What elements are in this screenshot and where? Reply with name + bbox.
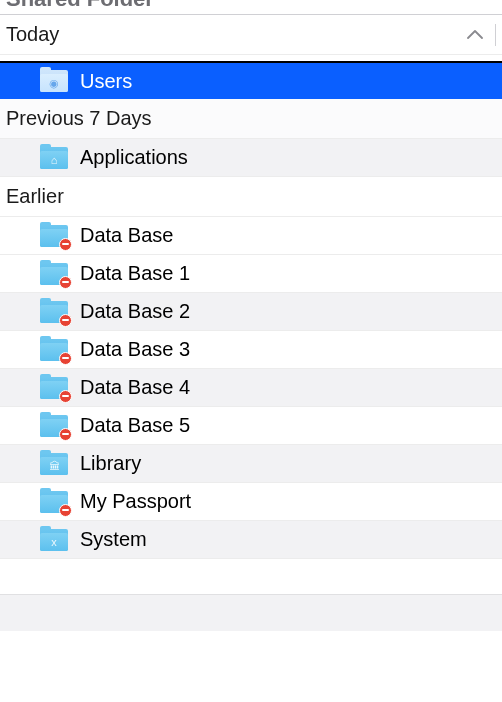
folder-icon bbox=[40, 415, 68, 437]
restricted-badge-icon bbox=[59, 276, 72, 289]
list-item-label: Data Base 1 bbox=[80, 262, 494, 285]
list-item-passport[interactable]: My Passport bbox=[0, 483, 502, 521]
list-item-label: Data Base 2 bbox=[80, 300, 494, 323]
restricted-badge-icon bbox=[59, 428, 72, 441]
section-header-earlier[interactable]: Earlier bbox=[0, 177, 502, 217]
list-item-database5[interactable]: Data Base 5 bbox=[0, 407, 502, 445]
list-item-label: Data Base bbox=[80, 224, 494, 247]
list-item-library[interactable]: 🏛 Library bbox=[0, 445, 502, 483]
folder-icon bbox=[40, 339, 68, 361]
restricted-badge-icon bbox=[59, 238, 72, 251]
app-folder-icon: ⌂ bbox=[40, 147, 68, 169]
page-title: Shared Folder bbox=[0, 0, 502, 15]
section-header-prev7[interactable]: Previous 7 Days bbox=[0, 99, 502, 139]
list-item-label: Applications bbox=[80, 146, 494, 169]
list-item-database[interactable]: Data Base bbox=[0, 217, 502, 255]
list-item-applications[interactable]: ⌂ Applications bbox=[0, 139, 502, 177]
folder-icon bbox=[40, 377, 68, 399]
restricted-badge-icon bbox=[59, 504, 72, 517]
list-item-label: System bbox=[80, 528, 494, 551]
spacer-row bbox=[0, 559, 502, 595]
folder-icon bbox=[40, 301, 68, 323]
list-item-label: My Passport bbox=[80, 490, 494, 513]
restricted-badge-icon bbox=[59, 314, 72, 327]
section-header-today[interactable]: Today bbox=[0, 15, 502, 55]
list-item-system[interactable]: x System bbox=[0, 521, 502, 559]
list-item-label: Data Base 4 bbox=[80, 376, 494, 399]
list-item-database4[interactable]: Data Base 4 bbox=[0, 369, 502, 407]
list-item-database2[interactable]: Data Base 2 bbox=[0, 293, 502, 331]
footer-strip bbox=[0, 595, 502, 631]
restricted-badge-icon bbox=[59, 352, 72, 365]
library-folder-icon: 🏛 bbox=[40, 453, 68, 475]
list-item-label: Data Base 3 bbox=[80, 338, 494, 361]
section-title-prev7: Previous 7 Days bbox=[6, 107, 496, 130]
list-item-label: Users bbox=[80, 70, 494, 93]
restricted-badge-icon bbox=[59, 390, 72, 403]
folder-icon bbox=[40, 225, 68, 247]
folder-icon bbox=[40, 263, 68, 285]
list-item-database3[interactable]: Data Base 3 bbox=[0, 331, 502, 369]
section-title-earlier: Earlier bbox=[6, 185, 496, 208]
chevron-up-icon[interactable] bbox=[467, 30, 483, 40]
folder-icon bbox=[40, 491, 68, 513]
divider bbox=[495, 24, 496, 46]
system-folder-icon: x bbox=[40, 529, 68, 551]
list-item-label: Library bbox=[80, 452, 494, 475]
list-item-users[interactable]: ◉ Users bbox=[0, 61, 502, 99]
list-item-database1[interactable]: Data Base 1 bbox=[0, 255, 502, 293]
user-folder-icon: ◉ bbox=[40, 70, 68, 92]
section-title-today: Today bbox=[6, 23, 467, 46]
list-item-label: Data Base 5 bbox=[80, 414, 494, 437]
